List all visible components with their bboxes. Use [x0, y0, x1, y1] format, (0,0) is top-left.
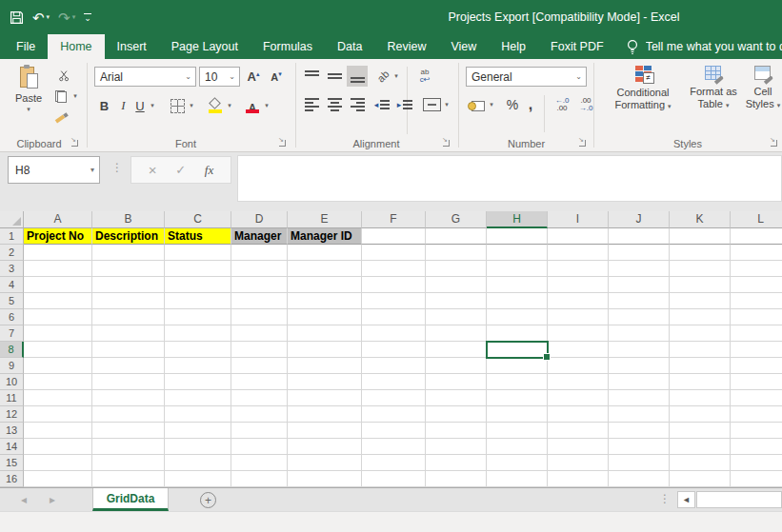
cell-D5[interactable] — [231, 293, 288, 309]
cell-D4[interactable] — [231, 277, 288, 293]
name-box[interactable]: H8▾ — [8, 156, 100, 184]
column-header-F[interactable]: F — [362, 211, 426, 228]
cell-G4[interactable] — [426, 277, 487, 293]
increase-decimal-button[interactable]: ←.0.00 — [551, 94, 573, 115]
fill-color-dropdown[interactable]: ▾ — [225, 97, 234, 114]
cell-G5[interactable] — [426, 293, 487, 309]
cell-F6[interactable] — [362, 309, 426, 325]
tab-page-layout[interactable]: Page Layout — [159, 34, 251, 59]
tab-view[interactable]: View — [438, 34, 489, 59]
cell-A7[interactable] — [24, 325, 92, 342]
accounting-format-dropdown[interactable]: ▾ — [487, 96, 496, 113]
cell-E2[interactable] — [288, 245, 362, 261]
cell-K8[interactable] — [670, 342, 731, 358]
cell-K6[interactable] — [670, 309, 731, 325]
align-center-button[interactable] — [324, 94, 345, 115]
column-header-G[interactable]: G — [426, 211, 487, 228]
formula-input[interactable] — [237, 155, 782, 202]
cell-K2[interactable] — [670, 245, 731, 261]
cell-D7[interactable] — [231, 325, 288, 342]
cell-K5[interactable] — [670, 293, 731, 309]
cell-J3[interactable] — [609, 261, 670, 277]
cell-K12[interactable] — [670, 406, 731, 423]
cell-L2[interactable] — [731, 245, 782, 261]
column-header-K[interactable]: K — [670, 211, 731, 228]
cell-D11[interactable] — [231, 390, 288, 406]
cell-K14[interactable] — [670, 439, 731, 455]
cell-K13[interactable] — [670, 423, 731, 439]
selected-cell[interactable] — [486, 341, 549, 359]
cell-L15[interactable] — [731, 455, 782, 471]
cell-K15[interactable] — [670, 455, 731, 471]
percent-style-button[interactable]: % — [503, 95, 522, 114]
cell-D12[interactable] — [231, 406, 288, 423]
bold-button[interactable]: B — [95, 95, 113, 116]
cell-L8[interactable] — [731, 342, 782, 358]
cell-B14[interactable] — [92, 439, 165, 455]
cell-J10[interactable] — [609, 374, 670, 390]
cell-D6[interactable] — [231, 309, 288, 325]
fill-handle[interactable] — [543, 353, 551, 361]
row-header-11[interactable]: 11 — [0, 390, 24, 406]
cell-I1[interactable] — [548, 228, 609, 245]
row-header-4[interactable]: 4 — [0, 277, 24, 293]
cell-L7[interactable] — [731, 325, 782, 342]
cell-B5[interactable] — [92, 293, 165, 309]
cell-F9[interactable] — [362, 358, 426, 374]
cell-H4[interactable] — [487, 277, 548, 293]
sheet-tab-griddata[interactable]: GridData — [92, 488, 169, 511]
cell-F13[interactable] — [362, 423, 426, 439]
customize-qat-button[interactable]: ⌄ — [84, 6, 91, 29]
tab-formulas[interactable]: Formulas — [251, 34, 325, 59]
accounting-format-button[interactable] — [466, 95, 487, 114]
cell-D2[interactable] — [231, 245, 288, 261]
format-painter-button[interactable] — [51, 109, 70, 127]
bottom-align-button[interactable] — [347, 66, 368, 87]
cell-I3[interactable] — [548, 261, 609, 277]
cell-G6[interactable] — [426, 309, 487, 325]
row-header-12[interactable]: 12 — [0, 406, 24, 423]
cell-K1[interactable] — [670, 228, 731, 245]
column-header-I[interactable]: I — [548, 211, 609, 228]
cell-E15[interactable] — [288, 455, 362, 471]
cell-B16[interactable] — [92, 471, 165, 487]
orientation-button[interactable]: ab — [373, 66, 392, 87]
undo-button[interactable]: ↶▾ — [32, 6, 50, 29]
cell-G7[interactable] — [426, 325, 487, 342]
cell-I11[interactable] — [548, 390, 609, 406]
cell-J4[interactable] — [609, 277, 670, 293]
row-header-10[interactable]: 10 — [0, 374, 24, 390]
cell-A10[interactable] — [24, 374, 92, 390]
font-color-dropdown[interactable]: ▾ — [262, 97, 271, 114]
cell-I9[interactable] — [548, 358, 609, 374]
cell-D14[interactable] — [231, 439, 288, 455]
cell-K3[interactable] — [670, 261, 731, 277]
cell-E16[interactable] — [288, 471, 362, 487]
cell-F3[interactable] — [362, 261, 426, 277]
cell-G16[interactable] — [426, 471, 487, 487]
cell-K10[interactable] — [670, 374, 731, 390]
cell-K9[interactable] — [670, 358, 731, 374]
new-sheet-button[interactable]: + — [200, 492, 216, 508]
cell-H13[interactable] — [487, 423, 548, 439]
cell-B6[interactable] — [92, 309, 165, 325]
tab-home[interactable]: Home — [48, 34, 104, 59]
row-header-16[interactable]: 16 — [0, 471, 24, 487]
cell-H7[interactable] — [487, 325, 548, 342]
cell-E11[interactable] — [288, 390, 362, 406]
cell-G3[interactable] — [426, 261, 487, 277]
cell-H11[interactable] — [487, 390, 548, 406]
copy-dropdown[interactable]: ▾ — [70, 89, 80, 103]
cell-C10[interactable] — [165, 374, 231, 390]
cell-A12[interactable] — [24, 406, 92, 423]
cell-J13[interactable] — [609, 423, 670, 439]
tab-data[interactable]: Data — [325, 34, 374, 59]
column-header-E[interactable]: E — [288, 211, 362, 228]
cell-E8[interactable] — [288, 342, 362, 358]
shrink-font-button[interactable]: A▾ — [266, 67, 287, 87]
row-header-6[interactable]: 6 — [0, 309, 24, 325]
formula-bar-divider-dots[interactable]: ⋮ — [111, 161, 123, 174]
cell-E12[interactable] — [288, 406, 362, 423]
cell-L3[interactable] — [731, 261, 782, 277]
cell-J7[interactable] — [609, 325, 670, 342]
